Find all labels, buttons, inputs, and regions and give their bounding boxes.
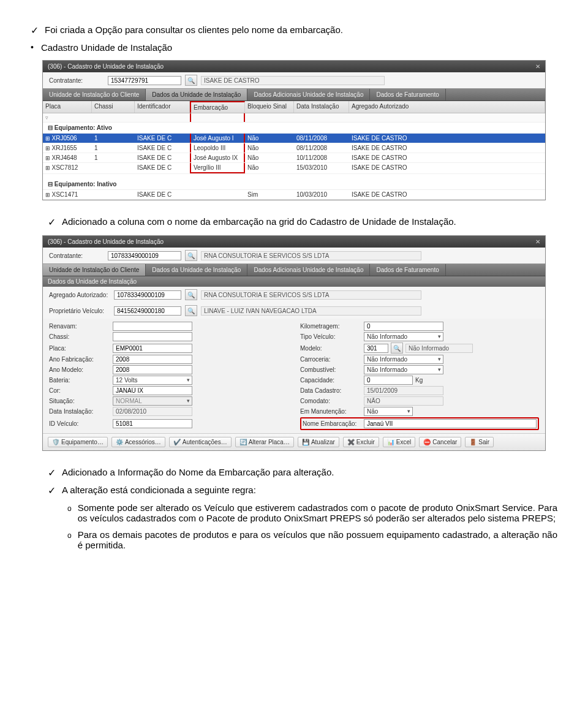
contratante-input[interactable] [108, 76, 181, 85]
tab-dados-unidade[interactable]: Dados da Unidade de Instalação [146, 264, 247, 276]
contratante-input[interactable] [108, 251, 181, 260]
capac-unit: Kg [415, 377, 423, 384]
table-row[interactable]: XRJ1655 1 ISAKE DE C Leopoldo III Não 08… [43, 143, 545, 153]
cor-input[interactable] [113, 386, 192, 395]
refresh-icon: 🔄 [239, 439, 247, 445]
screenshot-cadastro-form: (306) - Cadastro de Unidade de Instalaçã… [42, 235, 546, 451]
placa-label: Placa: [49, 345, 110, 352]
km-label: Kilometragem: [300, 323, 361, 330]
manut-label: Em Manutenção: [300, 408, 361, 415]
excel-button[interactable]: 📊Excel [383, 437, 415, 447]
tab-unidade-cliente[interactable]: Unidade de Instalação do Cliente [43, 89, 146, 100]
doc-sub-1: o Somente pode ser alterado os Veículo q… [67, 502, 557, 523]
window-title: (306) - Cadastro de Unidade de Instalaçã… [48, 238, 164, 245]
col-placa[interactable]: Placa [43, 101, 92, 113]
idveic-input[interactable] [113, 419, 192, 428]
placa-input[interactable] [113, 344, 192, 353]
km-input[interactable] [364, 322, 443, 331]
col-bloqueio[interactable]: Bloqueio Sinal [245, 101, 294, 113]
agregado-name [201, 290, 421, 300]
tipoveic-select[interactable]: Não Informado [364, 332, 443, 341]
doc-text: Cadastro Unidade de Instalação [41, 42, 172, 53]
tab-unidade-cliente[interactable]: Unidade de Instalação do Cliente [43, 264, 146, 276]
col-data-instalacao[interactable]: Data Instalação [294, 101, 349, 113]
sair-button[interactable]: 🚪Sair [465, 437, 494, 447]
search-icon[interactable]: 🔍 [185, 250, 197, 261]
situacao-select: NORMAL [113, 396, 192, 406]
acessorios-button[interactable]: ⚙️Acessórios… [111, 437, 165, 447]
carroceria-select[interactable]: Não Informado [364, 355, 443, 364]
tab-faturamento[interactable]: Dados de Faturamento [370, 89, 445, 100]
col-chassi[interactable]: Chassi [92, 101, 135, 113]
table-row[interactable]: XSC1471 ISAKE DE C Sim 10/03/2010 ISAKE … [43, 190, 545, 200]
doc-text: Foi criada a Opção para consultar os cli… [45, 25, 343, 35]
datacad-label: Data Cadastro: [300, 387, 361, 394]
table-row[interactable]: XSC7812 ISAKE DE C Vergílio III Não 15/0… [43, 163, 545, 174]
check-icon: ✓ [48, 485, 56, 496]
grid-body: ▿ Equipamento: Ativo XRJ0506 1 ISAKE DE … [43, 113, 545, 200]
datainst-input [113, 407, 192, 416]
nomeembarc-label: Nome Embarcação: [303, 420, 361, 427]
search-icon[interactable]: 🔍 [185, 305, 197, 316]
search-icon[interactable]: 🔍 [185, 289, 197, 300]
agregado-label: Agregado Autorizado: [49, 292, 110, 298]
carroceria-label: Carroceria: [300, 356, 361, 363]
search-icon[interactable]: 🔍 [391, 343, 403, 354]
bateria-select[interactable]: 12 Volts [113, 376, 192, 385]
proprietario-name [201, 306, 421, 316]
doc-sub-2: o Para os demais pacotes de produtos e p… [67, 529, 557, 550]
datacad-input [364, 386, 443, 395]
close-icon[interactable]: ✕ [535, 63, 540, 70]
excel-icon: 📊 [387, 439, 394, 445]
atualizar-button[interactable]: 💾Atualizar [298, 437, 339, 447]
combust-label: Combustível: [300, 366, 361, 373]
group-ativo[interactable]: Equipamento: Ativo [43, 123, 545, 134]
group-inativo[interactable]: Equipamento: Inativo [43, 179, 545, 190]
doc-text: Adicionado a coluna com o nome da embarc… [62, 216, 456, 227]
cancelar-button[interactable]: ⛔Cancelar [419, 437, 461, 447]
autenticacoes-button[interactable]: ✔️Autenticações… [169, 437, 232, 447]
col-identificador[interactable]: Identificador [135, 101, 190, 113]
bullet-icon: • [31, 42, 34, 52]
agregado-input[interactable] [114, 290, 181, 300]
equipamento-button[interactable]: 🛡️Equipamento… [48, 437, 108, 447]
renavam-input[interactable] [113, 322, 192, 331]
chassi-label: Chassi: [49, 333, 110, 340]
doc-text: Para os demais pacotes de produtos e par… [78, 529, 557, 550]
screenshot-cadastro-grid: (306) - Cadastro de Unidade de Instalaçã… [42, 60, 546, 200]
excluir-button[interactable]: ✖️Excluir [343, 437, 379, 447]
table-row[interactable]: XRJ4648 1 ISAKE DE C José Augusto IX Não… [43, 153, 545, 163]
chassi-input[interactable] [113, 332, 192, 341]
anomod-input[interactable] [113, 365, 192, 374]
anofab-label: Ano Fabricação: [49, 356, 110, 363]
tab-dados-adicionais[interactable]: Dados Adicionais Unidade de Instalação [247, 264, 370, 276]
doc-text: Adicionado a Informação do Nome da Embar… [62, 467, 334, 477]
toolbar: 🛡️Equipamento… ⚙️Acessórios… ✔️Autentica… [43, 433, 545, 450]
capac-input[interactable] [364, 376, 413, 385]
anofab-input[interactable] [113, 355, 192, 364]
check-icon: ✓ [48, 216, 56, 228]
manut-select[interactable]: Não [364, 407, 413, 416]
tab-dados-unidade[interactable]: Dados da Unidade de Instalação [146, 89, 247, 100]
table-row[interactable]: XRJ0506 1 ISAKE DE C José Augusto I Não … [43, 134, 545, 143]
tipoveic-label: Tipo Veículo: [300, 333, 361, 340]
doc-text: Somente pode ser alterado os Veículo que… [78, 502, 557, 523]
nomeembarc-input[interactable] [364, 419, 537, 428]
doc-line-1: ✓ Foi criada a Opção para consultar os c… [31, 25, 557, 36]
proprietario-input[interactable] [114, 306, 181, 316]
proprietario-label: Proprietário Veículo: [49, 308, 110, 314]
col-embarcacao[interactable]: Embarcação [190, 101, 245, 113]
modelo-input[interactable] [364, 344, 388, 353]
alterar-placa-button[interactable]: 🔄Alterar Placa… [235, 437, 294, 447]
delete-icon: ✖️ [347, 439, 355, 445]
section-subtitle: Dados da Unidade de Instalação [43, 276, 545, 287]
search-icon[interactable]: 🔍 [185, 75, 197, 86]
col-agregado[interactable]: Agregado Autorizado [349, 101, 545, 113]
anomod-label: Ano Modelo: [49, 366, 110, 373]
save-icon: 💾 [302, 439, 309, 445]
window-title: (306) - Cadastro de Unidade de Instalaçã… [48, 63, 164, 70]
tab-faturamento[interactable]: Dados de Faturamento [370, 264, 445, 276]
combust-select[interactable]: Não Informado [364, 365, 443, 374]
close-icon[interactable]: ✕ [535, 238, 540, 245]
tab-dados-adicionais[interactable]: Dados Adicionais Unidade de Instalação [247, 89, 370, 100]
